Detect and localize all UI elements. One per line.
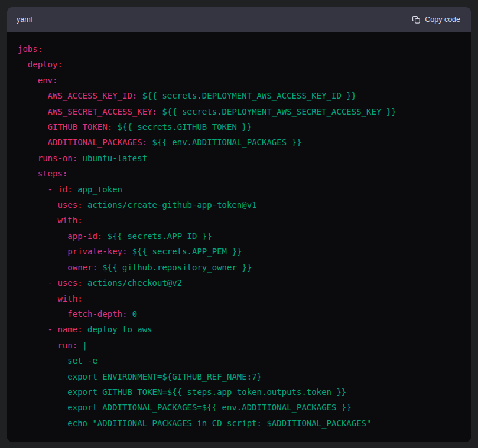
code-line: set -e	[18, 353, 460, 368]
code-line: - uses: actions/checkout@v2	[18, 275, 460, 290]
code-line: env:	[18, 73, 460, 88]
code-block: yaml Copy code jobs: deploy: env: AWS_AC…	[7, 7, 471, 442]
page: yaml Copy code jobs: deploy: env: AWS_AC…	[0, 0, 478, 448]
code-line: AWS_ACCESS_KEY_ID: ${{ secrets.DEPLOYMEN…	[18, 88, 460, 103]
code-line: runs-on: ubuntu-latest	[18, 151, 460, 166]
copy-code-label: Copy code	[425, 15, 460, 24]
code-line: fetch-depth: 0	[18, 306, 460, 322]
code-body: jobs: deploy: env: AWS_ACCESS_KEY_ID: ${…	[7, 32, 471, 442]
code-line: owner: ${{ github.repository_owner }}	[18, 260, 460, 275]
code-line: ADDITIONAL_PACKAGES: ${{ env.ADDITIONAL_…	[18, 135, 460, 150]
code-line: export GITHUB_TOKEN=${{ steps.app_token.…	[18, 384, 460, 400]
code-content: jobs: deploy: env: AWS_ACCESS_KEY_ID: ${…	[18, 41, 460, 431]
language-label: yaml	[17, 15, 32, 24]
code-line: steps:	[18, 166, 460, 181]
code-line: - id: app_token	[18, 182, 460, 197]
code-line: deploy:	[18, 57, 460, 72]
code-line: - name: deploy to aws	[18, 322, 460, 337]
code-line: with:	[18, 212, 460, 228]
copy-code-button[interactable]: Copy code	[411, 13, 461, 27]
code-line: echo "ADDITIONAL PACKAGES in CD script: …	[18, 416, 460, 431]
code-line: private-key: ${{ secrets.APP_PEM }}	[18, 244, 460, 259]
code-line: with:	[18, 291, 460, 306]
code-line: GITHUB_TOKEN: ${{ secrets.GITHUB_TOKEN }…	[18, 119, 460, 135]
code-line: export ADDITIONAL_PACKAGES=${{ env.ADDIT…	[18, 400, 460, 415]
code-line: uses: actions/create-github-app-token@v1	[18, 197, 460, 212]
code-line: export ENVIRONMENT=${GITHUB_REF_NAME:7}	[18, 369, 460, 384]
code-line: jobs:	[18, 41, 460, 57]
copy-icon	[412, 15, 421, 24]
code-line: run: |	[18, 338, 460, 353]
code-line: app-id: ${{ secrets.APP_ID }}	[18, 228, 460, 244]
code-line: AWS_SECRET_ACCESS_KEY: ${{ secrets.DEPLO…	[18, 104, 460, 119]
code-block-header: yaml Copy code	[7, 7, 471, 32]
